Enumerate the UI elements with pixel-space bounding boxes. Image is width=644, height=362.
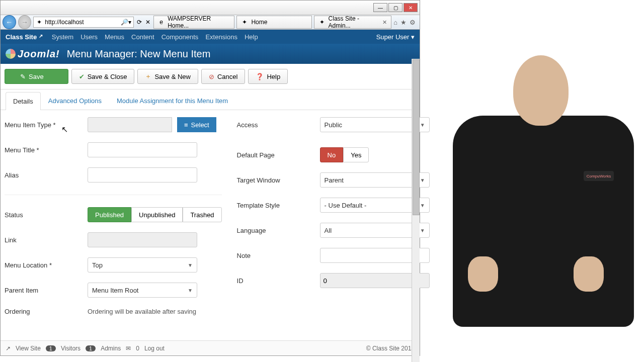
cancel-button[interactable]: ⊘Cancel: [201, 69, 245, 84]
maximize-button[interactable]: ▢: [388, 3, 403, 12]
joomla-favicon: ✦: [318, 19, 325, 26]
ordering-label: Ordering: [5, 308, 83, 315]
id-label: ID: [237, 277, 315, 285]
help-icon: ❓: [256, 73, 264, 80]
form-tabs: Details Advanced Options Module Assignme…: [1, 92, 420, 110]
menu-content[interactable]: Content: [131, 33, 154, 41]
template-style-label: Template Style: [237, 202, 315, 209]
scrollbar-thumb[interactable]: [413, 59, 420, 215]
tab-advanced[interactable]: Advanced Options: [41, 92, 109, 110]
menu-help[interactable]: Help: [245, 33, 258, 41]
tab-details[interactable]: Details: [6, 92, 41, 110]
admin-menubar: Class Site ↗ System Users Menus Content …: [1, 30, 420, 44]
save-icon: ✎: [20, 73, 26, 80]
details-form: Menu Item Type * ≡Select Menu Title * Al…: [1, 110, 420, 325]
joomla-favicon: ✦: [36, 19, 43, 26]
access-label: Access: [237, 121, 315, 129]
status-trashed[interactable]: Trashed: [183, 207, 221, 222]
menu-title-label: Menu Title *: [5, 146, 83, 154]
browser-tab-admin[interactable]: ✦ Class Site - Admin... ✕: [314, 16, 391, 29]
visitors-label[interactable]: Visitors: [61, 345, 80, 352]
select-type-button[interactable]: ≡Select: [177, 117, 216, 132]
parent-item-select[interactable]: Menu Item Root▼: [88, 283, 197, 298]
action-toolbar: ✎Save ✔Save & Close ＋Save & New ⊘Cancel …: [1, 64, 420, 89]
browser-window: — ▢ ✕ ← → ✦ http://localhost 🔎▾ ⟳ ✕ e WA…: [0, 0, 420, 356]
stop-icon[interactable]: ✕: [145, 19, 151, 26]
url-text: http://localhost: [45, 19, 84, 26]
alias-input[interactable]: [88, 167, 197, 183]
chevron-down-icon: ▼: [188, 262, 193, 268]
left-column: Menu Item Type * ≡Select Menu Title * Al…: [5, 117, 222, 315]
page-header: Joomla! Menu Manager: New Menu Item: [1, 44, 420, 64]
menu-item-type-input: [88, 117, 172, 132]
admins-label[interactable]: Admins: [101, 345, 121, 352]
menu-menus[interactable]: Menus: [105, 33, 124, 41]
alias-label: Alias: [5, 171, 83, 179]
admin-footer: ↗ View Site 1 Visitors 1 Admins ✉ 0 Log …: [1, 340, 420, 355]
minimize-button[interactable]: —: [373, 3, 387, 12]
menu-users[interactable]: Users: [80, 33, 98, 41]
visitors-count: 1: [46, 345, 56, 351]
browser-toolbar: ← → ✦ http://localhost 🔎▾ ⟳ ✕ e WAMPSERV…: [1, 15, 420, 30]
admins-count: 1: [86, 345, 96, 351]
menu-title-input[interactable]: [88, 142, 197, 157]
menu-components[interactable]: Components: [162, 33, 199, 41]
link-label: Link: [5, 236, 83, 244]
search-dropdown-icon[interactable]: 🔎▾: [121, 19, 131, 26]
menu-system[interactable]: System: [52, 33, 73, 41]
plus-icon: ＋: [145, 72, 151, 81]
status-group: Published Unpublished Trashed: [88, 207, 222, 222]
check-icon: ✔: [79, 73, 85, 80]
close-button[interactable]: ✕: [404, 3, 418, 12]
save-close-button[interactable]: ✔Save & Close: [71, 69, 135, 84]
messages-count[interactable]: 0: [136, 345, 139, 352]
external-icon: ↗: [39, 33, 43, 39]
back-button[interactable]: ←: [3, 15, 16, 29]
window-titlebar: — ▢ ✕: [1, 1, 420, 15]
tab-module[interactable]: Module Assignment for this Menu Item: [109, 92, 235, 110]
tab-close-icon[interactable]: ✕: [382, 19, 387, 26]
ordering-note: Ordering will be available after saving: [88, 308, 196, 315]
ie-icon: e: [158, 19, 165, 26]
menu-location-label: Menu Location *: [5, 261, 83, 269]
right-column: Access Public▼ Default Page No Yes Targe…: [237, 117, 430, 315]
joomla-logo: Joomla!: [6, 48, 60, 60]
cancel-icon: ⊘: [209, 73, 214, 80]
default-page-group: No Yes: [320, 147, 369, 162]
view-site-link[interactable]: View Site: [16, 345, 41, 352]
logout-link[interactable]: Log out: [144, 345, 165, 352]
external-icon: ↗: [6, 345, 11, 352]
copyright: © Class Site 2013: [366, 345, 415, 352]
link-input: [88, 232, 197, 247]
list-icon: ≡: [184, 121, 188, 129]
favorites-icon[interactable]: ★: [400, 19, 407, 26]
menu-location-select[interactable]: Top▼: [88, 257, 197, 273]
vertical-scrollbar[interactable]: [412, 59, 420, 362]
refresh-icon[interactable]: ⟳: [136, 19, 142, 26]
address-bar[interactable]: ✦ http://localhost 🔎▾: [33, 17, 134, 28]
save-button[interactable]: ✎Save: [5, 69, 68, 84]
home-icon[interactable]: ⌂: [393, 19, 397, 26]
parent-item-label: Parent Item: [5, 287, 83, 294]
presenter-overlay: CompuWorks: [423, 40, 644, 362]
target-window-label: Target Window: [237, 176, 315, 184]
status-label: Status: [5, 211, 83, 219]
site-name[interactable]: Class Site ↗: [6, 33, 43, 41]
gear-icon[interactable]: ⚙: [410, 19, 416, 26]
browser-tab-home[interactable]: ✦ Home: [236, 16, 312, 29]
forward-button[interactable]: →: [18, 15, 32, 29]
save-new-button[interactable]: ＋Save & New: [137, 69, 198, 84]
default-page-label: Default Page: [237, 151, 315, 159]
page-title: Menu Manager: New Menu Item: [67, 48, 211, 60]
chevron-down-icon: ▼: [188, 288, 193, 293]
status-unpublished[interactable]: Unpublished: [131, 207, 183, 222]
help-button[interactable]: ❓Help: [248, 69, 288, 84]
note-label: Note: [237, 252, 315, 259]
user-menu[interactable]: Super User ▾: [376, 33, 415, 41]
default-no[interactable]: No: [320, 147, 344, 162]
default-yes[interactable]: Yes: [343, 147, 369, 162]
status-published[interactable]: Published: [88, 207, 131, 222]
menu-item-type-label: Menu Item Type *: [5, 121, 83, 129]
menu-extensions[interactable]: Extensions: [205, 33, 237, 41]
browser-tab-wamp[interactable]: e WAMPSERVER Home...: [153, 16, 235, 29]
